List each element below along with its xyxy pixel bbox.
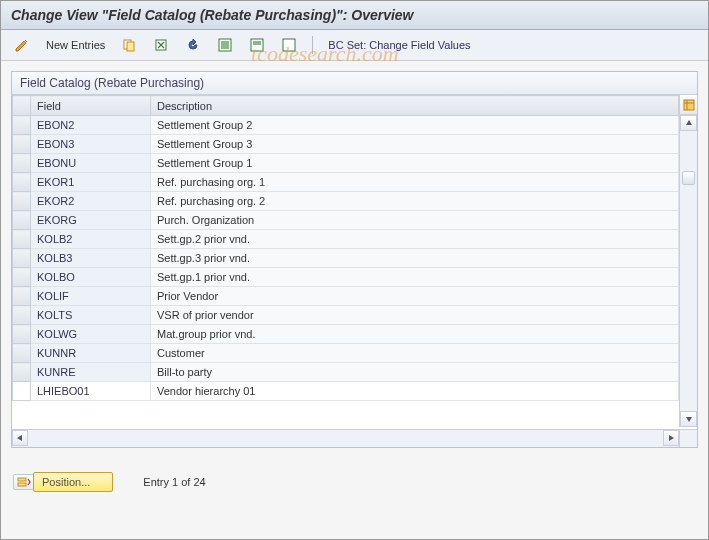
row-selector[interactable] xyxy=(13,363,31,382)
table-row[interactable]: KOLWGMat.group prior vnd. xyxy=(13,325,679,344)
position-label: Position... xyxy=(42,476,90,488)
panel-title: Field Catalog (Rebate Purchasing) xyxy=(12,72,697,95)
page-title: Change View "Field Catalog (Rebate Purch… xyxy=(1,1,708,30)
bc-set-button[interactable]: BC Set: Change Field Values xyxy=(323,36,475,54)
description-cell: Customer xyxy=(151,344,679,363)
description-cell: Mat.group prior vnd. xyxy=(151,325,679,344)
field-column-header[interactable]: Field xyxy=(31,96,151,116)
svg-rect-8 xyxy=(684,100,694,110)
table-panel: Field Catalog (Rebate Purchasing) Field … xyxy=(11,71,698,448)
description-cell: Settlement Group 2 xyxy=(151,116,679,135)
field-cell: EKOR1 xyxy=(31,173,151,192)
row-selector[interactable] xyxy=(13,116,31,135)
field-cell: EKORG xyxy=(31,211,151,230)
field-cell: EKOR2 xyxy=(31,192,151,211)
position-icon-button[interactable] xyxy=(13,474,35,490)
scroll-down-button[interactable] xyxy=(680,411,697,427)
new-entries-button[interactable]: New Entries xyxy=(41,36,110,54)
new-entries-label: New Entries xyxy=(46,39,105,51)
table-row[interactable]: KOLTSVSR of prior vendor xyxy=(13,306,679,325)
table-row[interactable]: KOLIFPrior Vendor xyxy=(13,287,679,306)
triangle-up-icon xyxy=(685,119,693,127)
position-icon xyxy=(17,476,31,488)
table-row[interactable]: LHIEBO01Vendor hierarchy 01 xyxy=(13,382,679,401)
footer: Position... Entry 1 of 24 xyxy=(1,458,708,506)
toggle-display-change-button[interactable] xyxy=(9,34,35,56)
row-selector[interactable] xyxy=(13,211,31,230)
undo-button[interactable] xyxy=(180,34,206,56)
field-cell: KOLB3 xyxy=(31,249,151,268)
row-selector[interactable] xyxy=(13,306,31,325)
table-row[interactable]: EKORGPurch. Organization xyxy=(13,211,679,230)
table-row[interactable]: KUNNRCustomer xyxy=(13,344,679,363)
entry-counter: Entry 1 of 24 xyxy=(143,476,205,488)
table-row[interactable]: EBON3Settlement Group 3 xyxy=(13,135,679,154)
select-all-icon xyxy=(217,37,233,53)
row-selector[interactable] xyxy=(13,268,31,287)
row-selector[interactable] xyxy=(13,230,31,249)
table-row[interactable]: KOLB3Sett.gp.3 prior vnd. xyxy=(13,249,679,268)
scroll-left-button[interactable] xyxy=(12,430,28,446)
field-cell: EBONU xyxy=(31,154,151,173)
horizontal-scrollbar[interactable] xyxy=(12,429,679,447)
toolbar: New Entries BC Set: Change Field Values xyxy=(1,30,708,61)
pencil-glasses-icon xyxy=(14,37,30,53)
triangle-down-icon xyxy=(685,415,693,423)
select-block-icon xyxy=(249,37,265,53)
undo-icon xyxy=(185,37,201,53)
table-scroll-area: Field Description EBON2Settlement Group … xyxy=(12,95,679,427)
field-cell: EBON3 xyxy=(31,135,151,154)
table-row[interactable]: KOLB2Sett.gp.2 prior vnd. xyxy=(13,230,679,249)
triangle-left-icon xyxy=(16,434,24,442)
table-settings-icon xyxy=(683,99,695,111)
description-cell: VSR of prior vendor xyxy=(151,306,679,325)
configure-columns-button[interactable] xyxy=(680,95,697,115)
triangle-right-icon xyxy=(667,434,675,442)
table-row[interactable]: KUNREBill-to party xyxy=(13,363,679,382)
description-cell: Settlement Group 3 xyxy=(151,135,679,154)
description-cell: Prior Vendor xyxy=(151,287,679,306)
table-row[interactable]: EKOR2Ref. purchasing org. 2 xyxy=(13,192,679,211)
field-cell: EBON2 xyxy=(31,116,151,135)
row-selector[interactable] xyxy=(13,249,31,268)
hscroll-track[interactable] xyxy=(28,430,663,447)
row-selector[interactable] xyxy=(13,382,31,401)
description-cell: Sett.gp.2 prior vnd. xyxy=(151,230,679,249)
table-row[interactable]: EBON2Settlement Group 2 xyxy=(13,116,679,135)
row-selector[interactable] xyxy=(13,287,31,306)
row-selector[interactable] xyxy=(13,173,31,192)
table-row[interactable]: EKOR1Ref. purchasing org. 1 xyxy=(13,173,679,192)
svg-rect-4 xyxy=(221,41,229,49)
field-cell: KOLB2 xyxy=(31,230,151,249)
scroll-up-button[interactable] xyxy=(680,115,697,131)
scroll-right-button[interactable] xyxy=(663,430,679,446)
row-selector[interactable] xyxy=(13,192,31,211)
field-cell: KOLIF xyxy=(31,287,151,306)
toolbar-separator xyxy=(312,36,313,54)
scrollbar-thumb[interactable] xyxy=(682,171,695,185)
position-button[interactable]: Position... xyxy=(33,472,113,492)
deselect-all-button[interactable] xyxy=(276,34,302,56)
row-selector[interactable] xyxy=(13,154,31,173)
table-row[interactable]: EBONUSettlement Group 1 xyxy=(13,154,679,173)
svg-rect-12 xyxy=(18,483,26,486)
row-selector[interactable] xyxy=(13,135,31,154)
vertical-scrollbar[interactable] xyxy=(679,95,697,427)
row-selector[interactable] xyxy=(13,325,31,344)
field-cell: KUNRE xyxy=(31,363,151,382)
svg-rect-11 xyxy=(18,478,26,481)
row-selector[interactable] xyxy=(13,344,31,363)
select-all-button[interactable] xyxy=(212,34,238,56)
description-cell: Vendor hierarchy 01 xyxy=(151,382,679,401)
bc-set-label: BC Set: Change Field Values xyxy=(328,39,470,51)
copy-as-button[interactable] xyxy=(116,34,142,56)
description-cell: Sett.gp.3 prior vnd. xyxy=(151,249,679,268)
description-cell: Bill-to party xyxy=(151,363,679,382)
delete-button[interactable] xyxy=(148,34,174,56)
select-block-button[interactable] xyxy=(244,34,270,56)
scrollbar-track[interactable] xyxy=(680,131,697,411)
select-column-header[interactable] xyxy=(13,96,31,116)
table-row[interactable]: KOLBOSett.gp.1 prior vnd. xyxy=(13,268,679,287)
description-column-header[interactable]: Description xyxy=(151,96,679,116)
description-cell: Ref. purchasing org. 2 xyxy=(151,192,679,211)
